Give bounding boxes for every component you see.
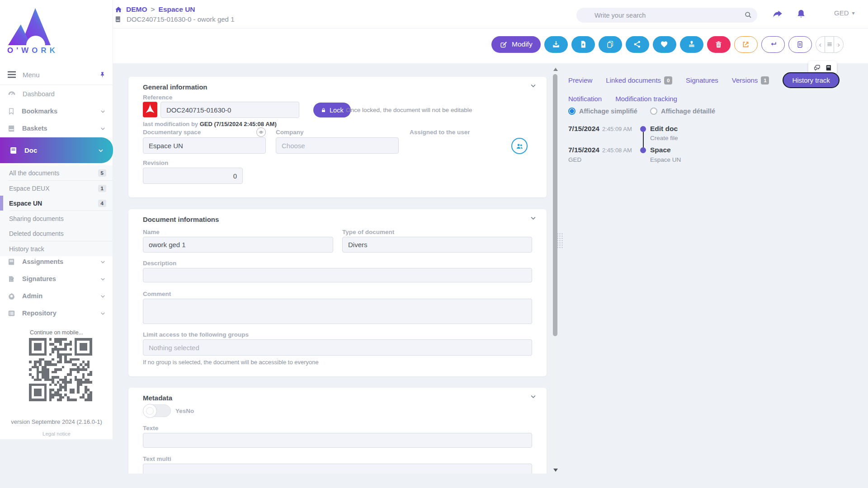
legal-notice-link[interactable]: Legal notice [0,431,113,436]
name-input[interactable] [143,237,333,253]
eye-icon[interactable] [256,127,266,137]
scroll-down-arrow[interactable] [553,469,558,472]
copy-button[interactable] [599,36,622,53]
company-input[interactable] [276,137,399,154]
user-menu[interactable]: GED ▾ [834,9,855,17]
tab-versions[interactable]: Versions 1 [732,76,769,84]
menu-label: Menu [23,71,40,79]
collapse-chevron-icon[interactable] [530,393,537,400]
search-input[interactable] [594,12,751,19]
panel-resize-handle[interactable] [557,233,563,248]
tab-label: Modification tracking [615,95,677,103]
tab-notification[interactable]: Notification [568,95,602,103]
count-badge: 1 [98,185,106,192]
sidebar-item-signatures[interactable]: Signatures [0,270,113,287]
return-button[interactable] [761,36,785,53]
description-input[interactable] [143,268,532,282]
home-icon[interactable] [114,5,123,14]
reference-label: Reference [143,94,172,101]
card-title: Document informations [143,216,219,223]
sidebar-item-baskets[interactable]: Baskets [0,120,113,137]
sidebar-subitem-espace-un[interactable]: Espace UN 4 [0,196,113,211]
groups-select[interactable] [143,339,532,356]
radio-affichage-detaille[interactable]: Affichage détaillé [650,108,715,115]
basket-icon [7,124,16,133]
yesno-toggle[interactable] [143,404,171,417]
last-modification-value: GED (7/15/2024 2:45:08 AM) [200,121,277,127]
revision-input[interactable] [143,168,243,184]
mobile-hint: Continue on mobile... [0,329,113,336]
pin-icon[interactable] [99,70,106,79]
stamp-button[interactable] [680,36,703,53]
sidebar-item-admin[interactable]: Admin [0,287,113,305]
forward-icon[interactable] [770,6,785,22]
file-details-button[interactable] [788,36,812,53]
documentary-space-input[interactable] [143,137,266,154]
collapse-chevron-icon[interactable] [530,82,537,89]
sidebar-item-doc[interactable]: Doc [0,137,113,163]
assignments-icon [7,258,16,266]
reader-icon[interactable] [825,64,833,72]
tab-linked-documents[interactable]: Linked documents 0 [606,76,672,84]
brand-logo[interactable]: O'WORK [7,5,71,55]
sidebar-subitem-sharing-documents[interactable]: Sharing documents [0,211,113,226]
chevron-down-icon [100,293,106,299]
upload-file-button[interactable] [571,36,595,53]
pager-prev-icon[interactable]: ‹ [816,37,825,52]
pager-next-icon[interactable]: › [834,37,843,52]
menu-toggle[interactable]: Menu [0,66,113,83]
download-button[interactable] [544,36,568,53]
open-external-button[interactable] [734,36,758,53]
reference-input[interactable] [160,102,299,118]
subitem-label: Espace UN [9,200,42,207]
radio-affichage-simplifie[interactable]: Affichage simplifié [568,108,637,115]
share-button[interactable] [626,36,649,53]
linked-count-badge: 0 [664,76,672,84]
search-icon[interactable] [744,10,753,19]
favorite-button[interactable] [653,36,676,53]
text-multi-textarea[interactable] [143,464,532,474]
user-menu-label: GED [834,9,849,17]
tab-label: Versions [732,76,758,84]
last-modification: last modification by GED (7/15/2024 2:45… [143,121,277,127]
history-entry-date: 7/15/20242:45:09 AM [568,125,632,133]
radio-unselected-icon [650,108,657,115]
sidebar-subitem-deleted-documents[interactable]: Deleted documents [0,226,113,241]
history-entry-date: 7/15/20242:45:08 AM [568,146,632,154]
comment-textarea[interactable] [143,299,532,324]
list-box-icon [7,309,16,318]
history-entry-action: Edit doc [650,125,678,133]
chat-icon[interactable] [812,64,822,72]
type-of-document-input[interactable] [342,237,532,253]
assign-users-button[interactable] [511,138,528,154]
sidebar-item-label: Admin [22,292,42,300]
sidebar-item-bookmarks[interactable]: Bookmarks [0,103,113,120]
collapse-chevron-icon[interactable] [530,215,537,221]
tab-preview[interactable]: Preview [568,76,592,84]
sidebar-subitem-all-documents[interactable]: All the documents 5 [0,165,113,180]
texte-input[interactable] [143,433,532,448]
scroll-up-arrow[interactable] [553,68,558,71]
tab-history-track[interactable]: History track [783,72,839,88]
breadcrumb-space[interactable]: Espace UN [159,5,195,14]
tab-signatures[interactable]: Signatures [686,76,718,84]
sidebar-item-assignments[interactable]: Assignments [0,253,113,270]
pager-list-icon[interactable] [825,37,834,52]
app-screen: DEMO > Espace UN DOC240715-01630-0 - owo… [0,0,868,488]
bell-icon[interactable] [793,6,809,22]
delete-button[interactable] [707,36,731,53]
pdf-icon[interactable] [143,102,157,117]
breadcrumb-root[interactable]: DEMO [126,5,147,14]
scrollbar-thumb[interactable] [553,74,557,336]
modify-button[interactable]: Modify [491,36,541,53]
lock-button[interactable]: Lock [313,103,351,117]
lock-note: Once locked, the document will not be ed… [346,107,472,113]
name-label: Name [143,229,160,235]
versions-count-badge: 1 [761,76,769,84]
tab-modification-tracking[interactable]: Modification tracking [615,95,677,103]
sidebar-item-repository[interactable]: Repository [0,305,113,322]
sidebar-subitem-espace-deux[interactable]: Espace DEUX 1 [0,181,113,196]
history-entry-user: GED [568,156,581,163]
sidebar-item-label: Bookmarks [22,108,57,115]
sidebar-item-dashboard[interactable]: Dashboard [0,85,113,103]
